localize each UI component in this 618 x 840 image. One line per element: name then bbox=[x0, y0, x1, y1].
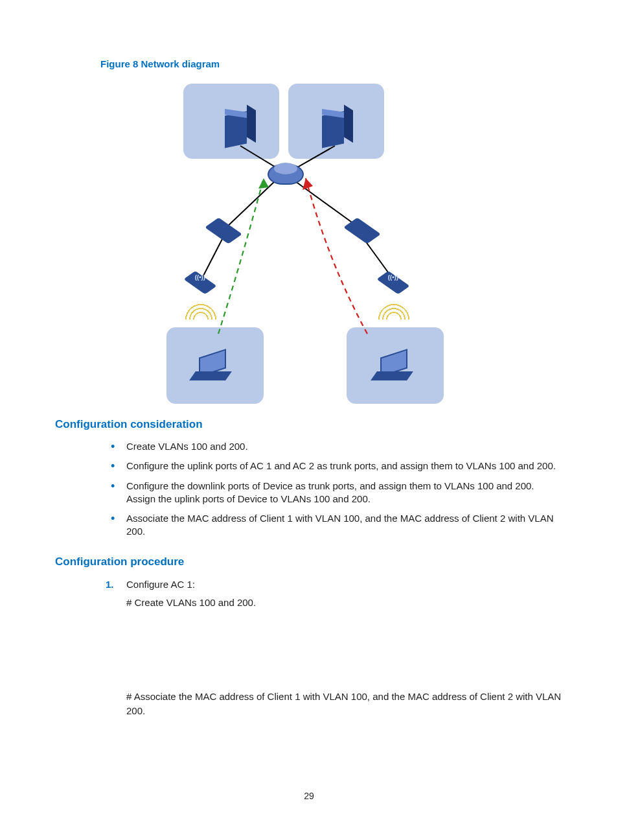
list-item: Associate the MAC address of Client 1 wi… bbox=[107, 509, 563, 542]
figure-caption: Figure 8 Network diagram bbox=[100, 58, 563, 69]
step-item: 1. Configure AC 1: # Create VLANs 100 an… bbox=[100, 575, 563, 725]
step-label: Configure AC 1: bbox=[126, 579, 195, 590]
step-number: 1. bbox=[106, 578, 114, 592]
laptop-icon bbox=[192, 353, 231, 378]
document-page: Figure 8 Network diagram bbox=[0, 0, 618, 840]
list-item: Configure the uplink ports of AC 1 and A… bbox=[107, 457, 563, 476]
procedure-steps: 1. Configure AC 1: # Create VLANs 100 an… bbox=[100, 575, 563, 725]
consideration-list: Create VLANs 100 and 200. Configure the … bbox=[107, 438, 563, 542]
section-heading-procedure: Configuration procedure bbox=[55, 555, 563, 568]
figure-container bbox=[55, 81, 563, 399]
switch-icon bbox=[343, 218, 381, 244]
access-point-icon bbox=[183, 271, 217, 294]
step-text: # Create VLANs 100 and 200. bbox=[126, 596, 563, 611]
list-item: Configure the downlink ports of Device a… bbox=[107, 477, 563, 510]
page-number: 29 bbox=[0, 791, 618, 801]
section-heading-consideration: Configuration consideration bbox=[55, 418, 563, 431]
laptop-icon bbox=[374, 353, 413, 378]
router-icon bbox=[268, 164, 304, 185]
code-block-placeholder bbox=[126, 614, 563, 686]
wifi-signal-icon bbox=[185, 300, 217, 320]
access-point-icon bbox=[376, 271, 410, 294]
list-item: Create VLANs 100 and 200. bbox=[107, 438, 563, 457]
server-icon bbox=[322, 111, 344, 148]
svg-marker-6 bbox=[258, 178, 269, 189]
svg-line-2 bbox=[225, 180, 277, 229]
step-body: Configure AC 1: # Create VLANs 100 and 2… bbox=[126, 578, 563, 719]
server-icon bbox=[225, 111, 247, 148]
svg-marker-7 bbox=[303, 178, 313, 190]
network-diagram bbox=[166, 81, 452, 399]
wifi-signal-icon bbox=[378, 300, 410, 320]
step-text: # Associate the MAC address of Client 1 … bbox=[126, 690, 563, 719]
switch-icon bbox=[205, 218, 242, 244]
